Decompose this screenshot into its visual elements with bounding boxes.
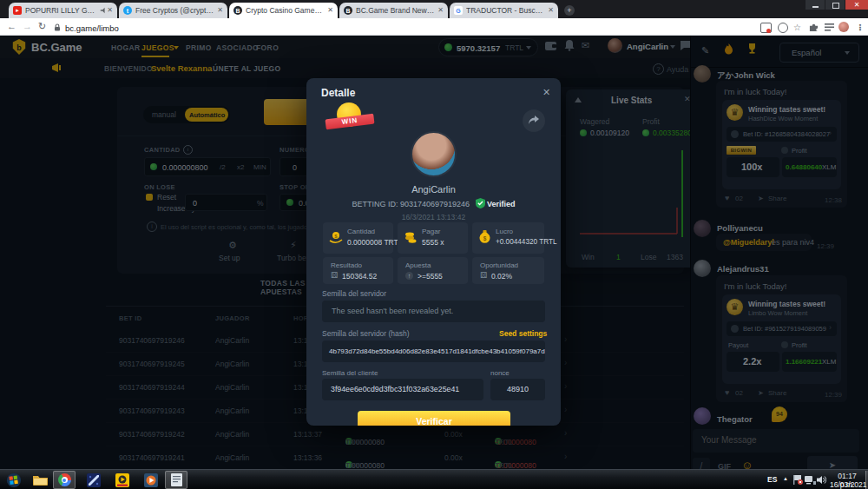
stat-card-apuesta: Apuesta ↑ >=5555 [398,257,468,284]
player-app-icon [115,473,129,487]
browser-tab-5[interactable]: G TRADUCTOR - Buscar con Goog ✕ [450,3,558,18]
blocked-content-icon[interactable] [760,23,772,33]
stat-card-oportunidad: Oportunidad ⚄ 0.02% [472,257,544,284]
verified-label: Verified [487,200,516,208]
stat-card-cantidad: $ Cantidad 0.0000008 TRTL [323,222,393,254]
svg-text:$: $ [483,235,487,242]
keyboard-language[interactable]: ES [767,475,777,484]
bet-detail-modal: Detalle ✕ WIN AngiCarlin BETTING ID: 903… [306,78,561,426]
reading-list-icon[interactable] [825,23,834,31]
browser-back-icon[interactable]: ← [7,21,16,31]
dice-icon: ⚄ [480,271,487,280]
stat-card-pagar: Pagar 5555 x [398,222,468,254]
volume-icon[interactable] [817,475,826,485]
stat-value: +0.00444320 TRTL [496,238,557,246]
modal-title: Detalle [321,87,355,99]
taskbar-chrome[interactable] [53,471,76,489]
notes-app-icon [171,473,182,486]
stat-value: 0.02% [491,272,512,281]
stat-value: >=5555 [418,272,443,281]
client-seed-value: 3f94ee6e0cd9d3fbc31f032a63e25e41 [331,385,459,393]
coins-icon [404,231,418,244]
stat-card-lucro: $ Lucro +0.00444320 TRTL [472,222,544,254]
target-up-icon: ↑ [405,272,413,280]
google-icon: G [454,6,463,15]
modal-user-avatar [411,131,457,177]
chrome-icon [58,473,71,486]
server-seed-hash-field[interactable]: 4b793d72d84be55bd4d06d82e83e4517d1841dfc… [322,340,545,362]
tab-audio-icon[interactable] [100,7,107,14]
stat-value: 0.0000008 TRTL [347,238,402,247]
browser-forward-icon[interactable]: → [23,21,32,31]
tab-title: Free Cryptos (@cryptosfaucets) [135,6,214,15]
tab-close-icon[interactable]: ✕ [107,7,113,14]
client-seed-label: Semilla del cliente [322,369,378,377]
close-icon[interactable]: ✕ [542,87,550,98]
win-badge: WIN [326,102,374,134]
stat-card-resultado: Resultado ⚄ 150364.52 [323,257,393,284]
browser-tab-strip: ▸ POPURRI LILLY GOODMAN ✕ t Free Cryptos… [0,0,868,18]
browser-profile-avatar[interactable] [838,22,849,32]
verify-button[interactable]: Verificar [358,411,510,426]
betting-id-label: BETTING ID: [352,200,398,208]
action-center-flag-icon[interactable] [792,475,803,485]
bcgame-page: b BC.Game HOGAR JUEGOS PRIMO ASOCIADO FO… [0,36,868,469]
tab-title: BC.Game Brand New Medal Ever [356,6,434,15]
modal-username: AngiCarlin [306,184,561,195]
stat-label: Oportunidad [480,261,518,269]
nonce-field[interactable]: 48910 [490,379,545,400]
tray-expand-icon[interactable]: ▲ [783,476,788,481]
new-tab-button[interactable]: + [564,5,575,16]
stat-label: Lucro [496,228,513,235]
tab-title: POPURRI LILLY GOODMAN [25,6,96,15]
coin-hand-icon: $ [329,231,343,244]
tab-close-icon[interactable]: ✕ [217,7,223,14]
film-app-icon [87,473,101,487]
play-app-icon [144,473,158,487]
taskbar-notes-app[interactable] [165,471,187,489]
youtube-icon: ▸ [13,6,22,15]
cookies-icon[interactable] [778,23,788,33]
tab-close-icon[interactable]: ✕ [327,7,333,14]
bcgame-favicon: B [233,6,242,15]
start-button[interactable] [3,471,25,489]
taskbar-explorer[interactable] [29,471,51,489]
verified-shield-icon [476,198,485,208]
taskbar-player[interactable] [111,471,134,489]
window-minimize-button[interactable] [806,0,825,10]
windows-taskbar: ES ▲ 01:17 p.m. 16/03/2021 [0,469,868,489]
browser-tab-active[interactable]: B Crypto Casino Games - The 16 B ✕ [229,3,338,18]
stat-label: Cantidad [347,228,375,235]
window-close-button[interactable]: ✕ [845,0,868,10]
server-seed-hash-value: 4b793d72d84be55bd4d06d82e83e4517d1841dfc… [329,347,545,355]
client-seed-field[interactable]: 3f94ee6e0cd9d3fbc31f032a63e25e41 [322,379,483,400]
screen: ▸ POPURRI LILLY GOODMAN ✕ t Free Cryptos… [0,0,868,489]
extensions-puzzle-icon[interactable] [809,23,819,32]
server-seed-field[interactable]: The seed hasn't been revealed yet. [322,301,545,322]
browser-tab-1[interactable]: ▸ POPURRI LILLY GOODMAN ✕ [9,3,117,18]
tab-close-icon[interactable]: ✕ [437,7,444,14]
url-text[interactable]: bc.game/limbo [65,23,119,33]
twitter-icon: t [123,6,132,15]
browser-refresh-icon[interactable]: ↻ [38,21,46,32]
tab-title: TRADUCTOR - Buscar con Goog [466,6,544,15]
browser-menu-icon[interactable]: ⋮ [856,23,865,32]
browser-tab-2[interactable]: t Free Cryptos (@cryptosfaucets) ✕ [119,3,227,18]
taskbar-video-editor[interactable] [82,471,105,489]
win-ribbon-label: WIN [325,114,374,130]
share-bet-button[interactable] [523,109,545,132]
tab-title: Crypto Casino Games - The 16 B [246,6,324,15]
seed-settings-link[interactable]: Seed settings [499,329,547,338]
betting-id-value: 9031740697919246 [400,200,470,208]
tab-close-icon[interactable]: ✕ [548,7,554,14]
nonce-label: nonce [490,369,510,377]
bookmark-star-icon[interactable]: ☆ [793,23,801,32]
stat-label: Apuesta [405,261,431,269]
taskbar-media-play[interactable] [140,471,162,489]
browser-tab-4[interactable]: B BC.Game Brand New Medal Ever ✕ [339,3,448,18]
money-bag-icon: $ [478,230,491,244]
window-maximize-button[interactable] [825,0,845,10]
stat-value: 5555 x [422,238,444,247]
clock-date[interactable]: 16/03/2021 [830,480,865,489]
network-icon[interactable] [805,475,816,485]
